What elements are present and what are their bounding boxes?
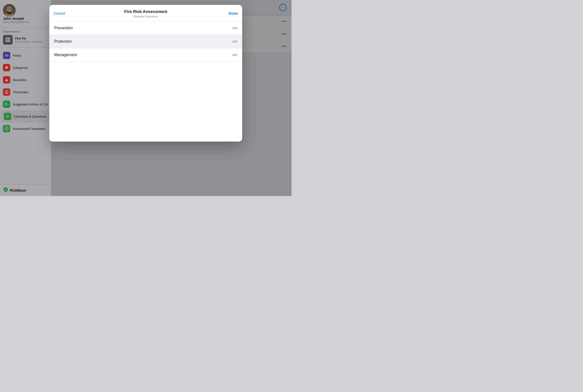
modal-overlay: Cancel Fire Risk Assessment Reorder Sect… <box>0 0 292 196</box>
modal-body: Prevention Protection Management <box>49 22 242 142</box>
done-button[interactable]: Done <box>229 11 238 15</box>
cancel-button[interactable]: Cancel <box>54 11 65 15</box>
section-name-protection: Protection <box>54 39 72 44</box>
section-row-management[interactable]: Management <box>49 48 242 62</box>
drag-handle-protection[interactable] <box>232 41 237 42</box>
modal-title: Fire Risk Assessment <box>54 9 237 14</box>
section-name-prevention: Prevention <box>54 26 73 30</box>
section-row-protection[interactable]: Protection <box>49 35 242 48</box>
modal-header: Cancel Fire Risk Assessment Reorder Sect… <box>49 5 242 22</box>
drag-handle-prevention[interactable] <box>232 27 237 29</box>
reorder-sections-modal: Cancel Fire Risk Assessment Reorder Sect… <box>49 5 242 142</box>
section-row-prevention[interactable]: Prevention <box>49 22 242 35</box>
section-name-management: Management <box>54 53 77 57</box>
modal-subtitle: Reorder Sections <box>54 15 237 18</box>
drag-handle-management[interactable] <box>232 54 237 56</box>
